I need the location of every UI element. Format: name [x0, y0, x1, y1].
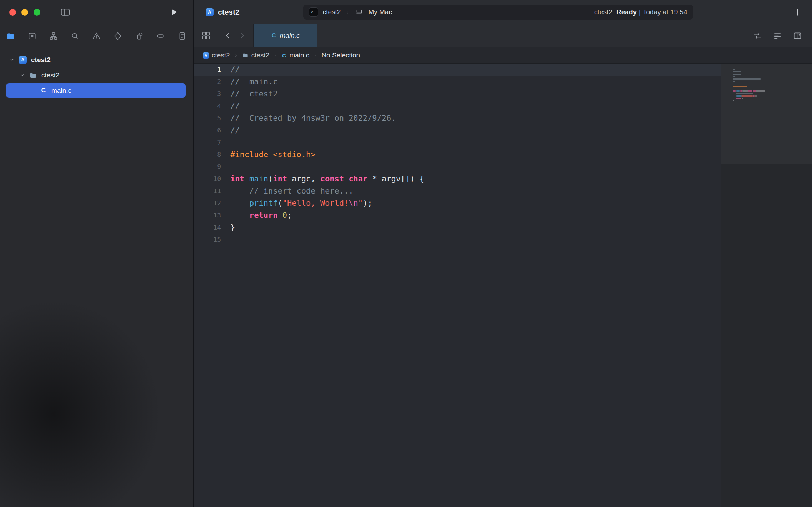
run-button[interactable]: [170, 8, 179, 16]
line-number[interactable]: 9: [194, 161, 230, 173]
code-text: //: [230, 64, 240, 76]
line-number[interactable]: 7: [194, 136, 230, 149]
chevron-separator-icon: [234, 53, 238, 57]
line-number[interactable]: 5: [194, 112, 230, 124]
code-line-7[interactable]: 7: [194, 136, 721, 149]
run-destination[interactable]: My Mac: [368, 8, 392, 16]
folder-icon: [242, 52, 249, 59]
code-text: // insert code here...: [230, 185, 353, 197]
main-toolbar: A ctest2 >_ ctest2 My Mac ctest2: Ready …: [194, 0, 812, 24]
library-plus-button[interactable]: [792, 7, 803, 17]
disclosure-chevron-icon[interactable]: [9, 57, 15, 62]
close-button[interactable]: [9, 9, 16, 16]
file-tree-item-ctest2-0[interactable]: Actest2: [0, 52, 193, 67]
file-tree-item-main.c-2[interactable]: Cmain.c: [0, 83, 193, 98]
jumpbar-item-ctest2[interactable]: ctest2: [242, 51, 270, 59]
breakpoint-navigator-icon[interactable]: [156, 31, 165, 41]
jumpbar-item-main.c[interactable]: Cmain.c: [281, 51, 309, 59]
code-line-4[interactable]: 4//: [194, 100, 721, 112]
status-project: ctest2:: [594, 8, 614, 16]
line-number[interactable]: 4: [194, 100, 230, 112]
tabs: Cmain.c: [246, 24, 317, 47]
jumpbar-label: No Selection: [321, 51, 360, 59]
code-line-11[interactable]: 11 // insert code here...: [194, 185, 721, 197]
file-name: ctest2: [41, 71, 60, 79]
jumpbar-item-no-selection[interactable]: No Selection: [321, 51, 360, 59]
xcode-project-icon: A: [203, 52, 209, 59]
code-text: // ctest2: [230, 88, 277, 100]
report-navigator-icon[interactable]: [177, 31, 187, 41]
code-text: printf("Hello, World!\n");: [230, 197, 372, 209]
code-text: #include <stdio.h>: [230, 149, 315, 161]
code-line-15[interactable]: 15: [194, 234, 721, 246]
status-time: Today at 19:54: [643, 8, 687, 16]
debug-navigator-icon[interactable]: [135, 31, 144, 41]
product-icon: >_: [309, 7, 318, 17]
line-number[interactable]: 12: [194, 197, 230, 209]
line-number[interactable]: 3: [194, 88, 230, 100]
line-number[interactable]: 10: [194, 173, 230, 185]
code-text: return 0;: [230, 209, 292, 221]
code-line-12[interactable]: 12 printf("Hello, World!\n");: [194, 197, 721, 209]
disclosure-chevron-icon[interactable]: [20, 72, 25, 78]
find-navigator-icon[interactable]: [70, 31, 80, 41]
navigator-sidebar: Actest2ctest2Cmain.c: [0, 0, 194, 507]
code-line-3[interactable]: 3// ctest2: [194, 88, 721, 100]
line-number[interactable]: 1: [194, 64, 230, 76]
code-text: // Created by 4nsw3r on 2022/9/26.: [230, 112, 396, 124]
issue-navigator-icon[interactable]: [92, 31, 101, 41]
status-state: Ready: [616, 8, 637, 16]
jump-bar: Actest2ctest2Cmain.cNo Selection: [194, 47, 812, 64]
editor-actions: [753, 24, 812, 47]
forward-chevron-icon[interactable]: [238, 32, 246, 40]
tab-overview-icon[interactable]: [201, 31, 211, 40]
code-review-icon[interactable]: [753, 31, 762, 40]
line-number[interactable]: 11: [194, 185, 230, 197]
line-number[interactable]: 6: [194, 124, 230, 136]
code-line-9[interactable]: 9: [194, 161, 721, 173]
line-number[interactable]: 15: [194, 234, 230, 246]
line-number[interactable]: 13: [194, 209, 230, 221]
sidebar-toggle-icon[interactable]: [60, 7, 71, 17]
line-number[interactable]: 8: [194, 149, 230, 161]
source-control-navigator-icon[interactable]: [27, 31, 37, 41]
zoom-button[interactable]: [34, 9, 40, 16]
chevron-separator-icon: [345, 10, 350, 15]
chevron-separator-icon: [313, 53, 317, 57]
code-line-14[interactable]: 14}: [194, 221, 721, 234]
line-number[interactable]: 2: [194, 76, 230, 88]
file-name: main.c: [51, 87, 71, 95]
c-file-icon: C: [40, 87, 47, 94]
jumpbar-item-ctest2[interactable]: Actest2: [203, 51, 230, 59]
code-line-8[interactable]: 8#include <stdio.h>: [194, 149, 721, 161]
code-line-5[interactable]: 5// Created by 4nsw3r on 2022/9/26.: [194, 112, 721, 124]
selection-highlight: [6, 83, 186, 98]
main-area: A ctest2 >_ ctest2 My Mac ctest2: Ready …: [194, 0, 812, 507]
minimize-button[interactable]: [21, 9, 28, 16]
minimap[interactable]: [721, 64, 812, 507]
code-line-6[interactable]: 6//: [194, 124, 721, 136]
activity-status: ctest2: Ready | Today at 19:54: [594, 8, 687, 16]
symbol-navigator-icon[interactable]: [49, 31, 58, 41]
project-navigator-icon[interactable]: [6, 31, 15, 41]
code-line-13[interactable]: 13 return 0;: [194, 209, 721, 221]
minimap-lines: [733, 69, 812, 104]
file-tree-item-ctest2-1[interactable]: ctest2: [0, 67, 193, 83]
code-text: // main.c: [230, 76, 277, 88]
back-chevron-icon[interactable]: [224, 32, 232, 40]
code-line-1[interactable]: 1//: [194, 64, 721, 76]
code-editor[interactable]: 1//2// main.c3// ctest24//5// Created by…: [194, 64, 721, 507]
jumpbar-label: ctest2: [212, 51, 230, 59]
tab-main.c[interactable]: Cmain.c: [253, 24, 317, 47]
editor-options-icon[interactable]: [773, 31, 782, 40]
tab-bar-controls: [194, 24, 246, 47]
code-text: }: [230, 221, 235, 234]
scheme-name[interactable]: ctest2: [323, 8, 341, 16]
code-line-10[interactable]: 10int main(int argc, const char * argv[]…: [194, 173, 721, 185]
test-navigator-icon[interactable]: [113, 31, 122, 41]
line-number[interactable]: 14: [194, 221, 230, 234]
code-line-2[interactable]: 2// main.c: [194, 76, 721, 88]
add-editor-icon[interactable]: [793, 31, 802, 40]
chevron-separator-icon: [273, 53, 277, 57]
c-file-icon: C: [271, 32, 277, 39]
